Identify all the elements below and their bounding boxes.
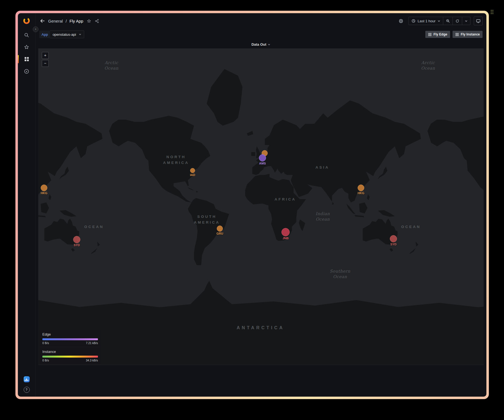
dashboard-subbar: App openstatus-api Fly Edge xyxy=(35,29,486,40)
breadcrumb-dashboard-title[interactable]: Fly App xyxy=(70,19,83,23)
clock-icon xyxy=(411,19,416,23)
sidebar-expand-button[interactable]: › xyxy=(33,26,39,32)
variable-app-value-dropdown[interactable]: openstatus-api xyxy=(50,31,84,38)
map-marker-syd[interactable] xyxy=(390,235,397,242)
kiosk-mode-button[interactable] xyxy=(474,17,483,25)
search-icon xyxy=(24,32,29,38)
active-indicator xyxy=(18,55,19,63)
map-marker-hkg[interactable] xyxy=(358,185,364,191)
zoom-out-button[interactable]: − xyxy=(42,60,49,67)
sidebar-item-search[interactable] xyxy=(18,29,35,41)
explore-icon xyxy=(24,68,29,74)
chevron-down-icon xyxy=(268,43,270,46)
zoom-in-button[interactable]: + xyxy=(42,52,49,59)
refresh-interval-dropdown[interactable] xyxy=(462,17,470,25)
map-marker-label: AMS xyxy=(259,162,266,165)
panel-header[interactable]: Data Out xyxy=(35,40,486,48)
fly-edge-label: Fly Edge xyxy=(434,32,447,36)
chevron-down-icon xyxy=(437,20,440,23)
map-legend: Edge 0 B/s 7.21 kB/s Instance 0 B/s 34.3… xyxy=(40,330,101,364)
geomap-panel[interactable]: + − Arctic OceanArctic OceanNORTH AMERIC… xyxy=(38,48,484,365)
map-marker-ams[interactable] xyxy=(259,154,266,161)
breadcrumb-folder[interactable]: General xyxy=(48,19,63,23)
chevron-down-icon xyxy=(79,33,81,36)
fly-instance-link[interactable]: Fly Instance xyxy=(453,31,483,38)
variable-app-value: openstatus-api xyxy=(53,32,76,37)
legend-edge-gradient xyxy=(42,338,98,340)
map-marker-jnb[interactable] xyxy=(281,228,290,236)
dashboard-links: Fly Edge Fly Instance xyxy=(425,31,483,38)
gear-icon xyxy=(398,18,404,24)
map-marker-label: GRU xyxy=(217,232,223,235)
legend-edge: Edge 0 B/s 7.21 kB/s xyxy=(40,330,101,347)
map-marker-syd[interactable] xyxy=(73,236,80,243)
share-dashboard-button[interactable] xyxy=(95,19,99,23)
panel-title: Data Out xyxy=(251,42,266,46)
time-range-label: Last 1 hour xyxy=(418,19,435,23)
zoom-out-icon xyxy=(446,19,450,23)
legend-instance-min: 0 B/s xyxy=(42,359,49,362)
sidebar-item-explore[interactable] xyxy=(18,65,35,77)
grafana-logo[interactable] xyxy=(23,17,30,24)
map-marker-label: HKG xyxy=(358,191,364,195)
share-icon xyxy=(95,19,99,23)
variable-app: App openstatus-api xyxy=(39,31,84,38)
variable-app-label: App xyxy=(39,31,50,38)
sidebar-item-starred[interactable] xyxy=(18,41,35,53)
legend-edge-max: 7.21 kB/s xyxy=(86,341,98,345)
time-range-picker[interactable]: Last 1 hour xyxy=(409,17,443,25)
assistant-icon[interactable] xyxy=(24,376,30,382)
map-marker-iad[interactable] xyxy=(190,168,195,173)
dashboards-icon xyxy=(428,33,432,36)
time-controls: Last 1 hour xyxy=(409,17,470,25)
map-marker-label: JNB xyxy=(283,237,289,240)
legend-edge-title: Edge xyxy=(42,332,98,336)
map-zoom-controls: + − xyxy=(42,52,49,67)
grafana-window: › xyxy=(18,13,486,397)
sidebar-item-dashboards[interactable] xyxy=(18,53,35,65)
legend-instance-gradient xyxy=(42,356,98,358)
app-window: › xyxy=(15,11,489,399)
map-marker-label: SYD xyxy=(74,243,80,247)
map-marker-hkg[interactable] xyxy=(41,185,47,191)
sidebar: › xyxy=(18,13,35,397)
map-marker-label: SYD xyxy=(390,243,397,246)
map-marker-label: IAD xyxy=(190,173,195,177)
legend-edge-min: 0 B/s xyxy=(42,341,49,345)
fly-instance-label: Fly Instance xyxy=(461,32,480,36)
main-content: General / Fly App xyxy=(35,13,486,397)
help-icon[interactable]: ? xyxy=(24,387,30,393)
dashboards-icon xyxy=(455,33,459,36)
dashboards-icon xyxy=(24,56,29,62)
legend-instance-title: Instance xyxy=(42,350,98,354)
favorite-dashboard-button[interactable] xyxy=(87,19,91,23)
map-marker-gru[interactable] xyxy=(217,226,223,232)
map-markers-layer: HKGSYDIADAMSGRUJNBHKGSYD xyxy=(38,48,484,365)
back-arrow-icon xyxy=(39,18,45,24)
star-icon xyxy=(24,44,29,50)
legend-instance-max: 34.3 kB/s xyxy=(86,359,98,362)
dashboard-settings-button[interactable] xyxy=(397,17,405,25)
star-icon xyxy=(87,19,91,23)
chevron-down-icon xyxy=(465,20,468,23)
screen-artifact-dots xyxy=(491,10,493,14)
refresh-icon xyxy=(455,19,459,23)
refresh-button[interactable] xyxy=(453,17,462,25)
fly-edge-link[interactable]: Fly Edge xyxy=(425,31,450,38)
legend-instance: Instance 0 B/s 34.3 kB/s xyxy=(40,347,101,364)
dashboard-topbar: General / Fly App xyxy=(35,13,486,29)
monitor-icon xyxy=(476,19,481,23)
breadcrumb-separator: / xyxy=(65,19,67,23)
map-marker-label: HKG xyxy=(41,191,47,195)
zoom-out-time-button[interactable] xyxy=(443,17,453,25)
back-button[interactable] xyxy=(39,18,45,24)
